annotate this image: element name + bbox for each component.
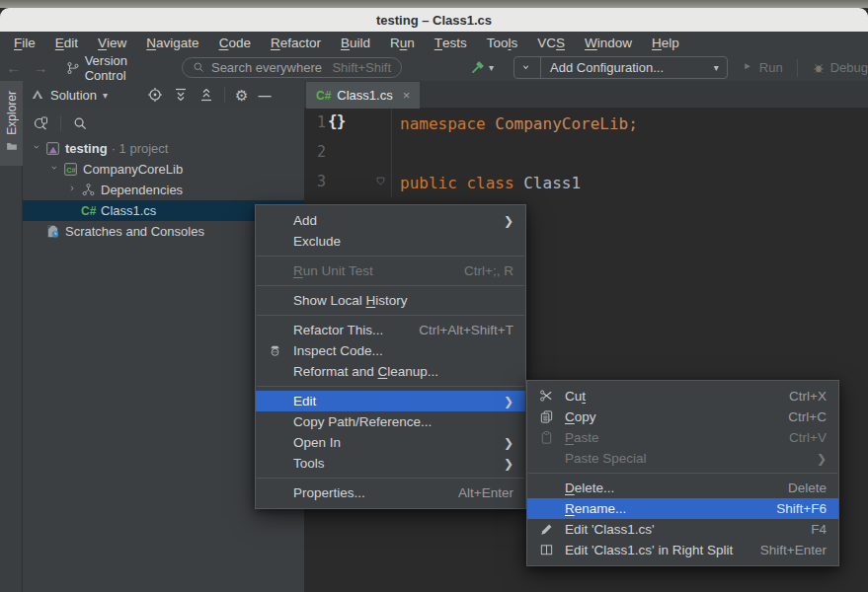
context-menu-item-open-in[interactable]: Open In❯ [256,432,525,453]
search-everywhere-box[interactable]: Search everywhere Shift+Shift [182,57,402,78]
menubar-item-run[interactable]: Run [380,32,425,54]
tree-label: Scratches and Consoles [65,224,204,239]
tree-row-companycorelib[interactable]: C#CompanyCoreLib [23,159,304,180]
build-button[interactable]: ▾ [469,60,494,76]
csproj-icon: C# [63,162,83,177]
menubar-item-refactor[interactable]: Refactor [261,32,331,54]
left-tool-window-strip: Explorer [0,81,23,592]
context-menu-item-show-local-history[interactable]: Show Local History [256,290,525,311]
back-icon[interactable]: ← [0,59,27,76]
solution-view-selector[interactable]: Solution ▾ [31,88,108,103]
menu-item-label: Rename... [565,501,626,516]
submenu-item-delete[interactable]: Delete...Delete [527,478,838,498]
context-menu-item-properties[interactable]: Properties...Alt+Enter [256,482,525,503]
gear-icon[interactable]: ⚙ [235,88,248,103]
chevron-down-icon[interactable] [30,143,45,154]
context-menu-item-copy-path-reference[interactable]: Copy Path/Reference... [256,411,525,432]
submenu-item-copy[interactable]: CopyCtrl+C [527,407,838,427]
run-config-chevron-icon[interactable] [514,57,541,78]
menubar-item-tests[interactable]: Tests [425,32,477,54]
menu-item-label: Tools [293,456,325,471]
expand-all-icon[interactable] [173,87,189,103]
collapse-all-icon[interactable] [198,87,214,103]
explorer-tool-window-tab[interactable]: Explorer [0,81,23,166]
code-line-2[interactable]: 2 [304,138,868,168]
select-opened-file-icon[interactable] [33,115,48,131]
menubar-item-window[interactable]: Window [575,32,642,54]
menubar-item-tools[interactable]: Tools [477,32,528,54]
debug-button[interactable]: Debug [812,60,868,75]
chevron-down-icon[interactable] [47,164,63,175]
braces-gutter-icon[interactable]: {} [328,111,345,130]
context-menu-item-reformat-and-cleanup[interactable]: Reformat and Cleanup... [256,361,525,382]
run-configuration-select[interactable]: Add Configuration... ▾ [513,56,728,79]
context-menu: Add❯ExcludeRun Unit TestCtrl+;, RShow Lo… [255,204,526,509]
edit-submenu: CutCtrl+XCopyCtrl+CPasteCtrl+VPaste Spec… [526,380,839,566]
code-line-1[interactable]: 1{}namespace CompanyCoreLib; [304,109,868,138]
hide-panel-icon[interactable]: — [258,88,271,103]
desktop-background-strip [0,0,868,8]
context-menu-separator [257,478,524,479]
context-menu-item-inspect-code[interactable]: Inspect Code... [256,340,525,361]
pencil-icon [539,522,559,537]
context-menu-item-tools[interactable]: Tools❯ [256,453,525,474]
menu-item-shortcut: Delete [788,481,827,495]
submenu-item-edit-class1-cs-in-right-split[interactable]: Edit 'Class1.cs' in Right SplitShift+Ent… [527,540,838,560]
menubar-item-navigate[interactable]: Navigate [136,32,208,54]
solution-icon [31,88,44,102]
submenu-item-rename[interactable]: Rename...Shift+F6 [527,498,838,519]
rider-window: testing – Class1.cs FileEditViewNavigate… [0,0,868,592]
context-menu-item-edit[interactable]: Edit❯ [256,391,525,411]
submenu-arrow-icon: ❯ [817,452,827,466]
build-dropdown-icon[interactable]: ▾ [489,62,494,73]
search-tree-icon[interactable] [73,116,88,131]
menu-item-label: Show Local History [293,293,408,308]
menubar-item-help[interactable]: Help [642,32,689,54]
submenu-item-edit-class1-cs[interactable]: Edit 'Class1.cs'F4 [527,519,838,540]
submenu-item-paste: PasteCtrl+V [527,427,838,448]
menu-item-label: Copy Path/Reference... [293,414,432,429]
menubar-item-code[interactable]: Code [209,32,261,54]
menubar-item-edit[interactable]: Edit [45,32,88,54]
editor-tab-bar: C# Class1.cs × [304,81,868,109]
menubar-item-vcs[interactable]: VCS [527,32,575,54]
menubar-item-build[interactable]: Build [331,32,380,54]
tree-row-dependencies[interactable]: Dependencies [23,180,304,200]
version-control-widget[interactable]: Version Control [66,53,170,83]
editor-tab[interactable]: C# Class1.cs × [306,82,420,109]
tree-row-testing[interactable]: testing· 1 project [23,138,304,159]
forward-icon[interactable]: → [27,59,53,76]
titlebar[interactable]: testing – Class1.cs [0,8,868,32]
locate-file-icon[interactable] [147,87,163,103]
chevron-right-icon[interactable] [65,185,81,195]
menu-item-shortcut: Ctrl+X [789,389,827,404]
context-menu-separator [257,315,524,316]
run-button[interactable]: Run [742,60,783,75]
run-config-caret-icon: ▾ [714,62,719,73]
submenu-arrow-icon: ❯ [504,457,513,471]
menubar-item-file[interactable]: File [4,32,45,54]
menu-item-label: Properties... [293,485,365,500]
context-menu-item-add[interactable]: Add❯ [256,210,525,231]
fold-marker-icon[interactable] [376,177,388,188]
menu-item-label: Run Unit Test [293,263,373,278]
submenu-arrow-icon: ❯ [504,214,513,228]
menu-item-label: Cut [565,389,586,404]
solution-panel-header: Solution ▾ ⚙ — [23,81,304,109]
close-tab-icon[interactable]: × [403,88,411,103]
toolbar-divider [797,59,798,77]
menu-item-shortcut: Ctrl+V [789,430,827,445]
context-menu-item-exclude[interactable]: Exclude [256,231,525,252]
search-placeholder: Search everywhere [211,60,322,75]
project-toolbar-divider [60,115,61,131]
gutter: 2 [304,138,392,168]
debug-bug-icon [812,61,826,75]
menubar-item-view[interactable]: View [88,32,136,54]
submenu-arrow-icon: ❯ [504,395,513,408]
menu-item-label: Open In [293,435,341,450]
context-menu-item-refactor-this[interactable]: Refactor This...Ctrl+Alt+Shift+T [256,320,525,340]
code-line-3[interactable]: 3public class Class1 [304,168,868,197]
menu-item-label: Refactor This... [293,323,383,337]
svg-text:C#: C# [66,166,76,175]
submenu-item-cut[interactable]: CutCtrl+X [527,386,838,407]
